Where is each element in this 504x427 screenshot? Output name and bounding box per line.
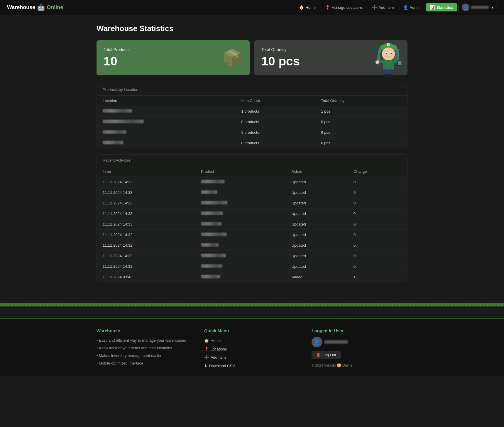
location-name — [97, 106, 235, 117]
activity-time: 11.11.2024 14:32 — [97, 240, 195, 251]
total-products-value: 10 — [104, 54, 130, 68]
footer-quick-menu-section: Quick Menu 🏠Home📍Locations➕Add Item⬇Down… — [204, 328, 300, 370]
activity-row: 11.11.2024 14:33 Updated 0 — [97, 187, 407, 198]
item-count: 0 products — [235, 117, 315, 127]
nav-links: 🏠Home📍Manage Locations➕Add Item👤Admin📊St… — [295, 2, 497, 13]
brand-robot-icon: 🤖 — [37, 4, 45, 11]
nav-link-admin[interactable]: 👤Admin — [399, 3, 424, 11]
coin-icon: 🪙 — [337, 363, 341, 367]
activities-header-row: Time Product Action Change — [97, 166, 407, 177]
activity-product — [195, 198, 285, 209]
character: W — [369, 36, 407, 83]
activity-product — [195, 177, 285, 187]
brand: Warehouse 🤖 Online — [7, 4, 63, 11]
manage-locations-nav-label: Manage Locations — [332, 5, 363, 10]
navbar: Warehouse 🤖 Online 🏠Home📍Manage Location… — [0, 0, 504, 15]
activity-action: Updated — [285, 209, 348, 219]
footer-username-blurred — [324, 340, 348, 344]
footer-user-row: 👤 — [312, 337, 407, 347]
location-name — [97, 127, 235, 138]
footer-link-label: Download CSV — [209, 362, 235, 370]
nav-link-add-item[interactable]: ➕Add Item — [368, 3, 398, 11]
footer-link-label: Locations — [211, 345, 227, 354]
nav-user-avatar: 👤 — [462, 4, 469, 11]
location-row: 9 products 9 pcs — [97, 127, 407, 138]
activity-time: 11.11.2024 14:33 — [97, 209, 195, 219]
footer-link-label: Add Item — [211, 353, 226, 362]
stat-cards: Total Products 10 📦 Total Quantity 10 pc… — [97, 40, 407, 75]
activity-change: 0 — [348, 251, 407, 261]
activity-time: 11.11.2024 14:32 — [97, 251, 195, 261]
activity-change: 0 — [348, 240, 407, 251]
footer-link-icon: ➕ — [204, 353, 209, 362]
add-item-nav-icon: ➕ — [372, 5, 377, 10]
svg-point-11 — [382, 48, 395, 60]
activity-row: 11.11.2024 14:33 Updated 0 — [97, 177, 407, 187]
footer-quick-link[interactable]: 📍Locations — [204, 345, 300, 354]
activity-row: 11.11.2024 14:33 Updated 0 — [97, 219, 407, 230]
nav-user-name-blurred — [471, 6, 489, 9]
item-count: 9 products — [235, 127, 315, 138]
total-products-label: Total Products — [104, 47, 130, 52]
footer-user-avatar: 👤 — [312, 337, 322, 347]
svg-point-19 — [376, 60, 379, 64]
home-nav-icon: 🏠 — [299, 5, 304, 10]
activity-action: Updated — [285, 177, 348, 187]
activity-change: 0 — [348, 230, 407, 240]
nav-link-statistics[interactable]: 📊Statistics — [426, 3, 457, 11]
col-product: Product — [195, 166, 285, 177]
total-quantity-value: 10 pcs — [261, 54, 300, 68]
location-name — [97, 138, 235, 148]
activity-change: 0 — [348, 219, 407, 230]
statistics-nav-label: Statistics — [436, 5, 453, 10]
activity-time: 11.11.2024 14:33 — [97, 198, 195, 209]
footer-quick-links: 🏠Home📍Locations➕Add Item⬇Download CSV — [204, 337, 300, 370]
footer-quick-link[interactable]: ⬇Download CSV — [204, 362, 300, 370]
col-action: Action — [285, 166, 348, 177]
footer-warehouse-section: Warehouse • Easy and efficient way to ma… — [97, 328, 192, 370]
footer-bullet: • Easy and efficient way to manage your … — [97, 337, 192, 344]
footer-bullets: • Easy and efficient way to manage your … — [97, 337, 192, 367]
activity-time: 11.11.2024 03:43 — [97, 272, 195, 282]
nav-link-home[interactable]: 🏠Home — [295, 3, 320, 11]
location-name — [97, 117, 235, 127]
manage-locations-nav-icon: 📍 — [325, 5, 330, 10]
activity-action: Updated — [285, 251, 348, 261]
activity-change: 0 — [348, 187, 407, 198]
activity-change: 0 — [348, 209, 407, 219]
total-products-left: Total Products 10 — [104, 47, 130, 68]
nav-user-button[interactable]: 👤▾ — [459, 2, 497, 13]
activity-action: Updated — [285, 261, 348, 272]
footer-quick-link[interactable]: ➕Add Item — [204, 353, 300, 362]
activity-action: Updated — [285, 230, 348, 240]
total-qty: 0 pcs — [315, 117, 407, 127]
total-quantity-label: Total Quantity — [261, 47, 300, 52]
footer-link-icon: 📍 — [204, 345, 209, 354]
table-header-row: Location Item Count Total Quantity — [97, 96, 407, 106]
location-row: 1 products 1 pcs — [97, 106, 407, 117]
logout-button[interactable]: 🚪 Log Out — [312, 351, 340, 359]
footer-quick-link[interactable]: 🏠Home — [204, 337, 300, 345]
activity-action: Updated — [285, 240, 348, 251]
activity-time: 11.11.2024 14:33 — [97, 219, 195, 230]
activity-time: 11.11.2024 14:33 — [97, 187, 195, 198]
footer-link-label: Home — [211, 337, 221, 345]
footer-link-icon: 🏠 — [204, 337, 209, 345]
activity-product — [195, 209, 285, 219]
home-nav-label: Home — [305, 5, 316, 10]
activity-product — [195, 251, 285, 261]
nav-dropdown-icon: ▾ — [492, 5, 494, 10]
products-by-location-card: Products by Location Location Item Count… — [97, 84, 407, 148]
svg-point-26 — [388, 74, 394, 77]
svg-rect-22 — [398, 61, 401, 65]
recent-activities-header: Recent Activities — [97, 155, 407, 166]
activity-row: 11.11.2024 14:32 Updated 0 — [97, 261, 407, 272]
location-row: 0 products 0 pcs — [97, 138, 407, 148]
footer-bullet: • Keep track of your items and their loc… — [97, 344, 192, 352]
activity-product — [195, 230, 285, 240]
logout-icon: 🚪 — [316, 353, 321, 357]
products-by-location-header: Products by Location — [97, 84, 407, 96]
item-count: 0 products — [235, 138, 315, 148]
svg-point-15 — [390, 53, 392, 55]
nav-link-manage-locations[interactable]: 📍Manage Locations — [321, 3, 367, 11]
